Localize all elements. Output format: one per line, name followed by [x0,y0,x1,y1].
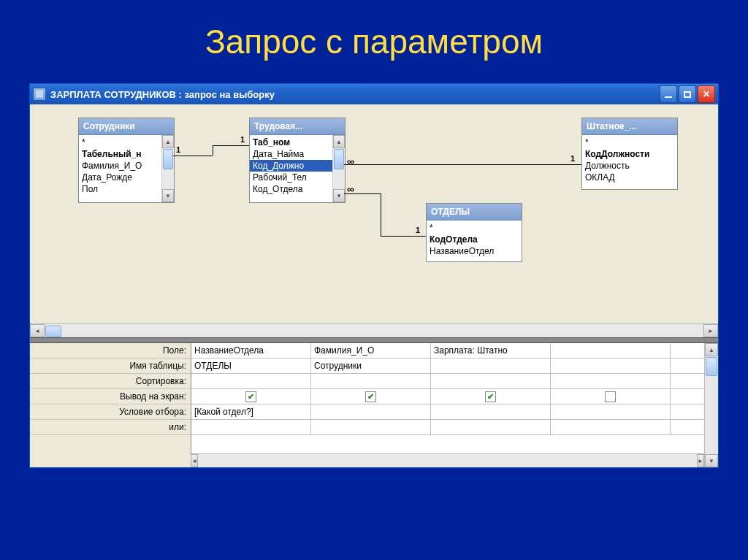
close-button[interactable] [698,85,715,103]
scroll-down-icon[interactable]: ▼ [705,454,718,467]
maximize-button[interactable] [679,85,696,103]
grid-cell-criteria[interactable]: [Какой отдел?] [191,404,311,419]
window-title: ЗАРПЛАТА СОТРУДНИКОВ : запрос на выборку [50,89,660,100]
relation-label: ∞ [347,183,354,195]
field-row[interactable]: * [582,137,677,148]
table-scrollbar[interactable]: ▲▼ [332,135,345,202]
grid-cell-field[interactable]: Зарплата: Штатно [431,343,551,358]
grid-cell-criteria[interactable] [551,404,671,419]
grid-cell-show[interactable]: ✔ [431,389,551,404]
grid-vscrollbar[interactable]: ▲ ▼ [704,343,718,467]
grid-label: или: [30,420,191,435]
field-row[interactable]: Фамилия_И_О [79,160,161,172]
field-row[interactable]: Код_Отдела [250,183,332,195]
grid-cell-show[interactable]: ✔ [191,389,311,404]
table-t3[interactable]: ОТДЕЛЫ*КодОтделаНазваниеОтдел [426,203,522,262]
grid-row-labels: Поле:Имя таблицы:Сортировка:Вывод на экр… [30,343,191,467]
table-header[interactable]: Трудовая... [250,118,345,135]
grid-cell-or[interactable] [191,420,311,434]
field-row[interactable]: Пол [79,183,161,195]
field-row[interactable]: Рабочий_Тел [250,172,332,183]
table-t4[interactable]: Штатное_...*КодДолжностиДолжностьОКЛАД [581,118,678,190]
grid-cell-field[interactable]: Фамилия_И_О [311,343,431,358]
query-grid: Поле:Имя таблицы:Сортировка:Вывод на экр… [30,343,718,467]
scroll-left-icon[interactable]: ◄ [30,324,45,337]
scroll-up-icon[interactable]: ▲ [705,343,718,356]
grid-cells[interactable]: НазваниеОтделаФамилия_И_ОЗарплата: Штатн… [191,343,704,453]
grid-cell-or[interactable] [431,420,551,434]
grid-cell-or[interactable] [311,420,431,434]
grid-label: Имя таблицы: [30,358,191,374]
show-checkbox[interactable]: ✔ [365,391,376,402]
field-row[interactable]: Должность [582,160,677,172]
field-row[interactable]: КодОтдела [427,234,522,245]
show-checkbox[interactable]: ✔ [485,391,496,402]
grid-cell-table[interactable]: Сотрудники [311,358,431,373]
table-t1[interactable]: Сотрудники*Табельный_нФамилия_И_ОДата_Ро… [78,118,175,203]
scroll-left-icon[interactable]: ◄ [191,454,198,467]
grid-cell-sort[interactable] [431,374,551,388]
titlebar[interactable]: ЗАРПЛАТА СОТРУДНИКОВ : запрос на выборку [30,84,718,104]
grid-cell-show[interactable] [551,389,671,404]
table-header[interactable]: Штатное_... [582,118,677,135]
window-icon [33,88,46,101]
table-header[interactable]: Сотрудники [79,118,174,135]
scroll-right-icon[interactable]: ► [697,454,704,467]
field-row[interactable]: Табельный_н [79,148,161,160]
query-designer-window: ЗАРПЛАТА СОТРУДНИКОВ : запрос на выборку… [29,83,719,468]
relation-label: 1 [570,154,575,163]
scroll-right-icon[interactable]: ► [703,324,718,337]
relation-label: 1 [176,145,180,154]
field-row[interactable]: НазваниеОтдел [427,245,522,257]
relation-label: 1 [416,226,420,234]
grid-cell-criteria[interactable] [431,404,551,419]
diagram-hscrollbar[interactable]: ◄ ► [30,323,718,337]
field-row[interactable]: КодДолжности [582,148,677,160]
pane-splitter[interactable] [30,337,718,343]
grid-cell-show[interactable]: ✔ [311,389,431,404]
field-row[interactable]: Дата_Найма [250,148,332,160]
relation-label: ∞ [347,156,354,167]
show-checkbox[interactable] [605,391,616,402]
field-row[interactable]: Код_Должно [250,160,332,172]
grid-cell-field[interactable]: НазваниеОтдела [191,343,311,358]
field-row[interactable]: ОКЛАД [582,172,677,183]
show-checkbox[interactable]: ✔ [245,391,256,402]
grid-label: Условие отбора: [30,404,191,420]
table-scrollbar[interactable]: ▲▼ [161,135,174,202]
grid-cell-table[interactable] [551,358,671,373]
minimize-button[interactable] [660,85,677,103]
grid-cell-table[interactable] [431,358,551,373]
relation-label: 1 [240,135,245,144]
grid-cell-sort[interactable] [551,374,671,388]
table-header[interactable]: ОТДЕЛЫ [427,204,522,220]
grid-label: Сортировка: [30,374,191,389]
grid-label: Поле: [30,343,191,358]
grid-hscrollbar[interactable]: ◄ ► [191,453,704,467]
relationship-diagram[interactable]: Сотрудники*Табельный_нФамилия_И_ОДата_Ро… [30,104,718,323]
field-row[interactable]: Таб_ном [250,137,332,148]
grid-label: Вывод на экран: [30,389,191,404]
grid-cell-criteria[interactable] [311,404,431,419]
grid-cell-field[interactable] [551,343,671,358]
grid-cell-sort[interactable] [191,374,311,388]
slide-title: Запрос с параметром [0,0,748,76]
grid-cell-table[interactable]: ОТДЕЛЫ [191,358,311,373]
grid-cell-sort[interactable] [311,374,431,388]
grid-cell-or[interactable] [551,420,671,434]
field-row[interactable]: * [427,222,522,234]
field-row[interactable]: Дата_Рожде [79,172,161,183]
field-row[interactable]: * [79,137,161,148]
table-t2[interactable]: Трудовая...Таб_номДата_НаймаКод_ДолжноРа… [249,118,346,203]
